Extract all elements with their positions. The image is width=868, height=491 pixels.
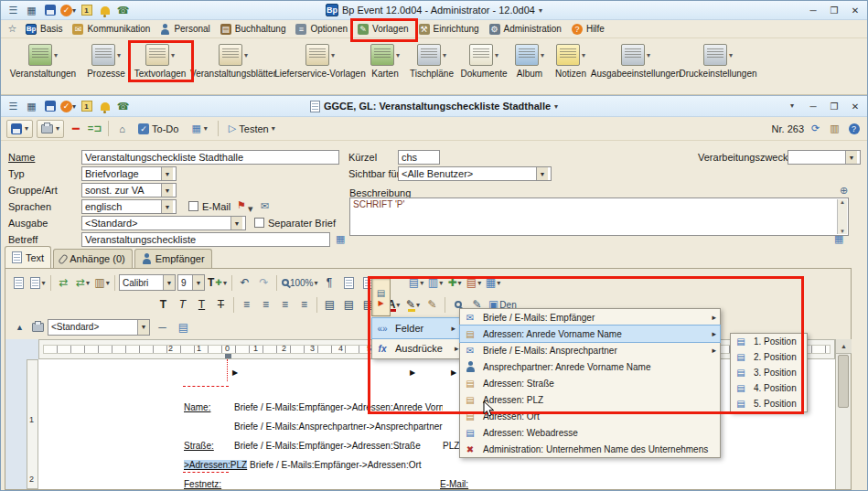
child-close-button[interactable]: ✕ (848, 101, 863, 112)
save-button[interactable]: ▾ (6, 120, 33, 138)
scroll-up-button[interactable]: ▲ (836, 339, 852, 354)
remove-section-button[interactable]: ─ (154, 318, 171, 336)
favorites-star-icon[interactable]: ☆ (5, 21, 20, 37)
section-standard-combo[interactable]: <Standard>▼ (48, 319, 150, 336)
ribbon-textvorlagen[interactable]: ▾Textvorlagen (131, 42, 189, 79)
maximize-button[interactable]: ❐ (827, 5, 841, 16)
align-justify-button[interactable]: ≡ (295, 295, 313, 314)
redo-button[interactable]: ↷ (255, 273, 273, 292)
hamburger-menu-icon[interactable]: ☰ (5, 99, 21, 114)
child-title-dropdown-icon[interactable]: ▾ (554, 102, 558, 111)
chevron-down-icon[interactable]: ▾ (54, 51, 58, 59)
verarbeitungszweck-select[interactable]: ▼ (788, 150, 861, 165)
tab-empfaenger[interactable]: Empfänger (134, 249, 212, 268)
ribbon-veranstaltungen[interactable]: ▾Veranstaltungen (5, 42, 81, 79)
refresh-icon[interactable]: ⟳ (808, 121, 823, 136)
chevron-down-icon[interactable]: ▾ (331, 51, 335, 59)
zoom-combo[interactable]: 100%▾ (281, 273, 319, 292)
textarea-scrollbar[interactable]: ▲▼ (837, 199, 847, 234)
minimize-button[interactable]: ─ (806, 5, 820, 16)
menu-tab-kommunikation[interactable]: ✉Kommunikation (68, 20, 155, 38)
hamburger-menu-icon[interactable]: ☰ (5, 3, 21, 18)
sprachen-select[interactable]: englisch▼ (81, 199, 177, 214)
chevron-down-icon[interactable]: ▼ (845, 151, 857, 164)
ribbon-ausgabeeinstellungen[interactable]: ▾Ausgabeeinstellungen (594, 42, 678, 79)
submenu-item-ort[interactable]: ▤Adressen: Ort (460, 408, 720, 424)
chevron-down-icon[interactable]: ▾ (582, 51, 585, 59)
position-item-1[interactable]: ▤1. Position (731, 334, 807, 349)
betreff-input[interactable]: Veranstaltungscheckliste (81, 232, 330, 247)
mail-icon[interactable]: ✉ (261, 200, 269, 212)
position-item-2[interactable]: ▤2. Position (731, 349, 807, 365)
beschreibung-textarea[interactable]: SCHRIFT 'P' ▲▼ (349, 197, 849, 236)
chevron-down-icon[interactable]: ▾ (117, 51, 121, 59)
menu-tab-vorlagen[interactable]: ✎Vorlagen (353, 20, 413, 38)
chevron-down-icon[interactable]: ▼ (536, 167, 548, 180)
vertical-scrollbar[interactable]: ▲ (835, 339, 851, 489)
menu-tab-buchhaltung[interactable]: ▤Buchhaltung (216, 20, 291, 38)
phone-icon[interactable]: ☎ (115, 3, 131, 18)
target-check-icon[interactable]: ✓▾ (60, 99, 76, 114)
chevron-down-icon[interactable]: ▾ (248, 203, 253, 215)
todo-button[interactable]: ✓To-Do (134, 120, 183, 138)
menu-tab-administration[interactable]: ⚙Administration (485, 20, 566, 38)
zoom-plus-icon[interactable]: ⊕ (840, 185, 848, 197)
add-element-button[interactable]: ✚▾ (446, 273, 464, 292)
connect-button[interactable]: =⊐ (87, 121, 102, 136)
chevron-down-icon[interactable]: ▾ (729, 51, 733, 59)
ribbon-veranstaltungsblaetter[interactable]: ▾Veranstaltungsblätter (191, 42, 275, 79)
grid-icon[interactable]: ▦ (24, 99, 39, 114)
scroll-up-icon[interactable]: ▲ (840, 199, 845, 205)
align-left-button[interactable]: ≡ (238, 295, 255, 314)
position-item-4[interactable]: ▤4. Position (731, 380, 807, 396)
undo-button[interactable]: ↶ (236, 273, 253, 292)
font-name-combo[interactable]: Calibri▼ (119, 274, 176, 291)
tab-text[interactable]: Text (5, 246, 51, 268)
bell-icon[interactable] (97, 3, 113, 18)
menu-tab-hilfe[interactable]: ?Hilfe (567, 20, 609, 38)
close-button[interactable]: ✕ (848, 5, 863, 16)
submenu-item-strasse[interactable]: ▤Adressen: Straße (460, 375, 720, 391)
section-list-button[interactable]: ▤ (175, 318, 192, 336)
collapse-up-icon[interactable]: ▲ (11, 318, 28, 336)
scrollbar-thumb[interactable] (838, 355, 849, 408)
email-checkbox[interactable] (188, 201, 198, 211)
target-check-icon[interactable]: ✓▾ (60, 3, 76, 18)
chevron-down-icon[interactable]: ▾ (647, 51, 650, 59)
menu-tab-einrichtung[interactable]: ⚒Einrichtung (414, 20, 484, 38)
insert-layout-button[interactable]: ▤▾ (408, 273, 425, 292)
chevron-down-icon[interactable]: ▼ (161, 184, 173, 197)
format-painter-button[interactable]: ✎ (423, 295, 441, 314)
ribbon-notizen[interactable]: ▾Notizen (550, 42, 592, 79)
delete-button[interactable]: ━ (68, 121, 83, 136)
ribbon-album[interactable]: ▾Album (511, 42, 548, 79)
ribbon-druckeinstellungen[interactable]: ▾Druckeinstellungen (680, 42, 756, 79)
strikethrough-button[interactable]: T (212, 295, 230, 314)
vertical-ruler[interactable]: 1 2 (27, 359, 38, 489)
chevron-down-icon[interactable]: ▼ (192, 275, 204, 290)
chevron-down-icon[interactable]: ▼ (161, 167, 173, 180)
notes-icon[interactable]: 1 (79, 99, 94, 114)
new-document-button[interactable] (10, 273, 27, 292)
submenu-item-ansprechpartner-anrede[interactable]: Ansprechpartner: Anrede Vorname Name (460, 358, 720, 375)
name-input[interactable]: Veranstaltungscheckliste Stadthalle (81, 150, 339, 165)
menu-tab-basis[interactable]: BpBasis (21, 20, 67, 38)
underline-button[interactable]: T (193, 295, 210, 314)
kuerzel-input[interactable]: chs (398, 150, 440, 165)
home-button[interactable]: ⌂ (114, 121, 130, 136)
chevron-down-icon[interactable]: ▼ (137, 320, 149, 335)
betreff-grid-button[interactable]: ▦ (336, 233, 345, 245)
position-item-3[interactable]: ▤3. Position (731, 365, 807, 380)
page-view-button[interactable] (340, 273, 358, 292)
numbered-list-button[interactable]: ▤ (340, 295, 358, 314)
chevron-down-icon[interactable]: ▼ (230, 217, 242, 229)
copy-out-button[interactable]: ⇄▾ (74, 273, 91, 292)
ausgabe-select[interactable]: <Standard>▼ (81, 216, 246, 230)
highlight-button[interactable]: ✎▾ (404, 295, 422, 314)
flag-icon[interactable]: ⚑ (237, 199, 246, 211)
child-dropdown-icon[interactable]: ▾ (785, 101, 799, 112)
chevron-down-icon[interactable]: ▼ (163, 275, 175, 290)
menu-item-felder[interactable]: «» Felder ▸ (372, 318, 459, 338)
submenu-item-empfaenger[interactable]: ✉Briefe / E-Mails: Empfänger▸ (460, 309, 720, 326)
testen-button[interactable]: ▷Testen▾ (224, 120, 280, 138)
